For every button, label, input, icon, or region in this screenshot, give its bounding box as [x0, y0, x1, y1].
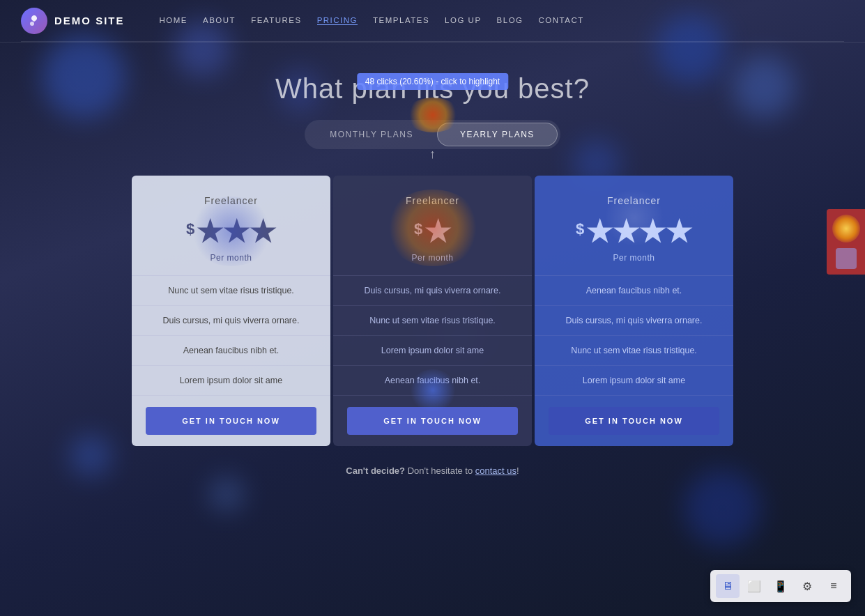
- nav-features[interactable]: FEATURES: [251, 16, 302, 25]
- cursor-icon: ↑: [429, 147, 436, 162]
- card2-plan: Freelancer: [347, 195, 518, 206]
- sidebar-heatmap-spot: [832, 215, 860, 242]
- card2-cta-button[interactable]: GET IN TOUCH NOW: [347, 407, 518, 435]
- toolbar-settings-btn[interactable]: ⚙: [795, 574, 819, 598]
- card1-period: Per month: [146, 253, 316, 263]
- card2-features: Duis cursus, mi quis viverra ornare. Nun…: [333, 275, 532, 396]
- card2-feature-2: Nunc ut sem vitae risus tristique.: [333, 306, 532, 336]
- navbar: DEMO SITE HOME ABOUT FEATURES PRICING TE…: [21, 0, 844, 42]
- card1-features: Nunc ut sem vitae risus tristique. Duis …: [132, 275, 330, 396]
- card2-period: Per month: [347, 253, 518, 263]
- nav-templates[interactable]: TEMPLATES: [373, 16, 429, 25]
- card3-cta-button[interactable]: GET IN TOUCH NOW: [549, 407, 719, 435]
- toolbar-menu-btn[interactable]: ≡: [822, 574, 845, 598]
- sidebar-icon[interactable]: [836, 248, 857, 269]
- card1-price: $ ★★★: [146, 215, 316, 249]
- page-content: What plan fits you best? MONTHLY PLANS Y…: [0, 42, 865, 616]
- card3-feature-3: Nunc ut sem vitae risus tristique.: [535, 336, 733, 366]
- bottom-text: Can't decide? Don't hesitate to contact …: [346, 465, 519, 476]
- toolbar-desktop-btn[interactable]: 🖥: [716, 574, 740, 598]
- pricing-card-1: Freelancer $ ★★★ Per month Nunc ut sem v…: [132, 176, 330, 446]
- monthly-toggle-btn[interactable]: MONTHLY PLANS: [307, 123, 436, 146]
- nav-about[interactable]: ABOUT: [203, 16, 236, 25]
- card3-plan: Freelancer: [549, 195, 719, 206]
- card1-plan: Freelancer: [146, 195, 316, 206]
- card3-feature-2: Duis cursus, mi quis viverra ornare.: [535, 306, 733, 336]
- bottom-toolbar: 🖥 ⬜ 📱 ⚙ ≡: [710, 570, 851, 602]
- card1-cta: GET IN TOUCH NOW: [132, 396, 330, 446]
- nav-divider: [0, 42, 865, 43]
- pricing-cards: Freelancer $ ★★★ Per month Nunc ut sem v…: [130, 176, 735, 446]
- card3-feature-1: Aenean faucibus nibh et.: [535, 276, 733, 306]
- yearly-toggle-btn[interactable]: YEARLY PLANS: [437, 123, 558, 146]
- billing-toggle: MONTHLY PLANS YEARLY PLANS: [305, 120, 560, 149]
- card3-header: Freelancer $ ★★★★ Per month: [535, 176, 733, 275]
- contact-us-link[interactable]: contact us: [475, 465, 516, 476]
- right-sidebar: [827, 209, 865, 275]
- logo-icon: [21, 8, 47, 34]
- nav-home[interactable]: HOME: [160, 16, 188, 25]
- card2-feature-4: Aenean faucibus nibh et.: [333, 366, 532, 396]
- nav-blog[interactable]: BLOG: [497, 16, 523, 25]
- card2-price: $ ★: [347, 215, 518, 249]
- card1-feature-4: Lorem ipsum dolor sit ame: [132, 366, 330, 396]
- nav-contact[interactable]: CONTACT: [539, 16, 584, 25]
- toolbar-tablet-landscape-btn[interactable]: ⬜: [742, 574, 766, 598]
- pricing-card-2: Freelancer $ ★ Per month Duis cursus, mi…: [333, 176, 532, 446]
- pricing-card-3: Freelancer $ ★★★★ Per month Aenean fauci…: [535, 176, 733, 446]
- card1-header: Freelancer $ ★★★ Per month: [132, 176, 330, 275]
- card2-feature-1: Duis cursus, mi quis viverra ornare.: [333, 276, 532, 306]
- logo[interactable]: DEMO SITE: [21, 8, 125, 34]
- nav-login[interactable]: LOG UP: [445, 16, 481, 25]
- card3-features: Aenean faucibus nibh et. Duis cursus, mi…: [535, 275, 733, 396]
- nav-pricing[interactable]: PRICING: [317, 16, 358, 25]
- card2-feature-3: Lorem ipsum dolor sit ame: [333, 336, 532, 366]
- svg-point-0: [30, 22, 34, 26]
- card2-cta: GET IN TOUCH NOW: [333, 396, 532, 446]
- toolbar-mobile-btn[interactable]: 📱: [769, 574, 793, 598]
- card3-feature-4: Lorem ipsum dolor sit ame: [535, 366, 733, 396]
- card3-period: Per month: [549, 253, 719, 263]
- card1-feature-1: Nunc ut sem vitae risus tristique.: [132, 276, 330, 306]
- toggle-wrapper: MONTHLY PLANS YEARLY PLANS 48 clicks (20…: [305, 105, 560, 149]
- logo-text: DEMO SITE: [54, 15, 125, 26]
- page-title: What plan fits you best?: [275, 73, 590, 105]
- card1-feature-2: Duis cursus, mi quis viverra ornare.: [132, 306, 330, 336]
- nav-links: HOME ABOUT FEATURES PRICING TEMPLATES LO…: [160, 16, 584, 25]
- card3-cta: GET IN TOUCH NOW: [535, 396, 733, 446]
- card3-price: $ ★★★★: [549, 215, 719, 249]
- card1-cta-button[interactable]: GET IN TOUCH NOW: [146, 407, 316, 435]
- card1-feature-3: Aenean faucibus nibh et.: [132, 336, 330, 366]
- card2-header: Freelancer $ ★ Per month: [333, 176, 532, 275]
